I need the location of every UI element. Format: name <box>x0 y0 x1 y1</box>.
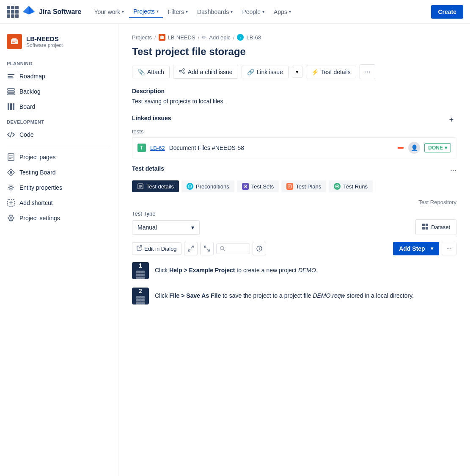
sidebar-item-entity-properties[interactable]: Entity properties <box>0 180 118 195</box>
info-icon-button[interactable] <box>253 242 266 255</box>
toolbar-dropdown-button[interactable]: ▾ <box>292 66 302 78</box>
editor-more-button[interactable]: ··· <box>442 242 456 255</box>
tab-test-plans[interactable]: Test Plans <box>281 180 326 192</box>
svg-rect-11 <box>10 103 12 110</box>
nav-your-work[interactable]: Your work ▾ <box>90 6 128 18</box>
add-shortcut-icon <box>7 199 15 207</box>
project-pages-label: Project pages <box>19 154 56 161</box>
expand-icon-button[interactable] <box>200 242 214 255</box>
add-shortcut-label: Add shortcut <box>19 199 53 206</box>
toolbar-more-button[interactable]: ··· <box>360 64 375 79</box>
breadcrumb-sep2: / <box>198 34 200 41</box>
nav-dashboards[interactable]: Dashboards ▾ <box>193 6 237 18</box>
code-icon <box>7 130 15 139</box>
test-repository-label: Test Repository <box>132 199 456 205</box>
sidebar-item-board[interactable]: Board <box>0 99 118 114</box>
svg-line-67 <box>223 250 225 251</box>
svg-rect-5 <box>8 76 13 77</box>
breadcrumb-projects[interactable]: Projects <box>132 34 152 41</box>
linked-issues-label: Linked issues <box>132 115 171 122</box>
svg-line-63 <box>188 249 190 251</box>
chevron-down-icon: ▾ <box>296 69 299 75</box>
svg-point-66 <box>220 246 224 250</box>
issue-status-badge[interactable]: DONE ▾ <box>424 143 451 152</box>
test-type-value: Manual <box>137 224 157 231</box>
svg-line-13 <box>10 132 12 137</box>
sidebar-item-testing-board[interactable]: Testing Board <box>0 165 118 180</box>
svg-rect-0 <box>11 39 18 44</box>
sidebar-item-add-shortcut[interactable]: Add shortcut <box>0 195 118 210</box>
svg-line-39 <box>181 70 183 71</box>
add-child-issue-button[interactable]: Add a child issue <box>173 65 238 79</box>
svg-rect-32 <box>160 36 164 39</box>
nav-filters[interactable]: Filters ▾ <box>164 6 192 18</box>
link-icon: 🔗 <box>247 69 254 75</box>
chevron-down-icon: ▾ <box>289 9 291 14</box>
main-layout: LB-NEEDS Software project PLANNING Roadm… <box>0 24 470 476</box>
breadcrumb-lb68-icon: T <box>237 34 244 41</box>
test-details-button[interactable]: ⚡ Test details <box>306 66 356 78</box>
breadcrumb-sep3: / <box>233 34 235 41</box>
svg-point-50 <box>245 186 246 187</box>
app-grid-icon[interactable] <box>7 6 19 18</box>
chevron-down-icon: ▾ <box>262 9 264 14</box>
svg-line-62 <box>191 246 193 248</box>
step-number-2: 2 <box>132 288 149 304</box>
breadcrumb-pencil-icon: ✏ <box>202 34 206 41</box>
nav-apps[interactable]: Apps ▾ <box>269 6 295 18</box>
link-issue-button[interactable]: 🔗 Link issue <box>242 66 289 78</box>
dataset-button[interactable]: Dataset <box>415 219 456 235</box>
svg-point-19 <box>10 186 12 189</box>
svg-rect-2 <box>12 41 17 42</box>
svg-rect-59 <box>422 227 425 230</box>
svg-rect-7 <box>8 89 14 90</box>
chevron-down-icon: ▾ <box>122 9 124 14</box>
linked-issue-title: Document Files #NEEDS-58 <box>169 144 393 151</box>
svg-rect-6 <box>8 77 14 78</box>
tab-preconditions[interactable]: Preconditions <box>181 180 234 192</box>
nav-people[interactable]: People ▾ <box>238 6 269 18</box>
breadcrumb-issue-key[interactable]: LB-68 <box>246 34 261 41</box>
breadcrumb-add-epic[interactable]: Add epic <box>209 34 231 41</box>
sidebar-project-info: LB-NEEDS Software project <box>26 35 63 48</box>
jira-logo[interactable]: Jira Software <box>22 5 81 19</box>
backlog-label: Backlog <box>19 88 41 95</box>
test-plans-tab-icon <box>286 183 293 190</box>
step-grid-icon <box>136 296 145 304</box>
paperclip-icon: 📎 <box>137 69 145 75</box>
create-button[interactable]: Create <box>431 5 463 19</box>
logo-text: Jira Software <box>39 8 81 16</box>
attach-button[interactable]: 📎 Attach <box>132 66 170 78</box>
tab-test-details[interactable]: Test details <box>132 180 179 192</box>
test-type-select[interactable]: Manual ▾ <box>132 220 200 235</box>
linked-issues-add-button[interactable]: + <box>446 115 456 125</box>
sidebar-item-project-settings[interactable]: Project settings <box>0 210 118 226</box>
sidebar-item-roadmap[interactable]: Roadmap <box>0 69 118 84</box>
tab-test-sets[interactable]: Test Sets <box>237 180 279 192</box>
dataset-icon <box>422 223 429 231</box>
test-type-label: Test Type <box>132 210 456 217</box>
test-sets-tab-icon <box>242 183 249 190</box>
svg-rect-33 <box>161 36 163 36</box>
breadcrumb-sep1: / <box>154 34 156 41</box>
sidebar-item-project-pages[interactable]: Project pages <box>0 149 118 165</box>
breadcrumb-lb-needs[interactable]: LB-NEEDS <box>168 34 195 41</box>
sidebar-item-code[interactable]: Code <box>0 127 118 142</box>
nav-projects[interactable]: Projects ▾ <box>129 6 163 18</box>
svg-line-24 <box>9 185 10 186</box>
sidebar-item-backlog[interactable]: Backlog <box>0 84 118 99</box>
svg-rect-10 <box>8 103 9 110</box>
add-step-button[interactable]: Add Step ▾ <box>393 242 439 255</box>
search-input[interactable] <box>225 246 246 252</box>
edit-in-dialog-button[interactable]: Edit in Dialog <box>132 242 181 255</box>
linked-issue-key[interactable]: LB-62 <box>150 145 165 151</box>
lightning-icon: ⚡ <box>311 69 319 75</box>
tab-test-runs[interactable]: Test Runs <box>329 180 373 192</box>
test-details-more-button[interactable]: ··· <box>450 166 456 175</box>
page-title: Test project file storage <box>132 46 456 58</box>
project-name: LB-NEEDS <box>26 35 63 42</box>
collapse-icon-button[interactable] <box>184 242 198 255</box>
board-icon <box>7 102 15 111</box>
backlog-icon <box>7 87 15 96</box>
dataset-label: Dataset <box>431 224 450 230</box>
